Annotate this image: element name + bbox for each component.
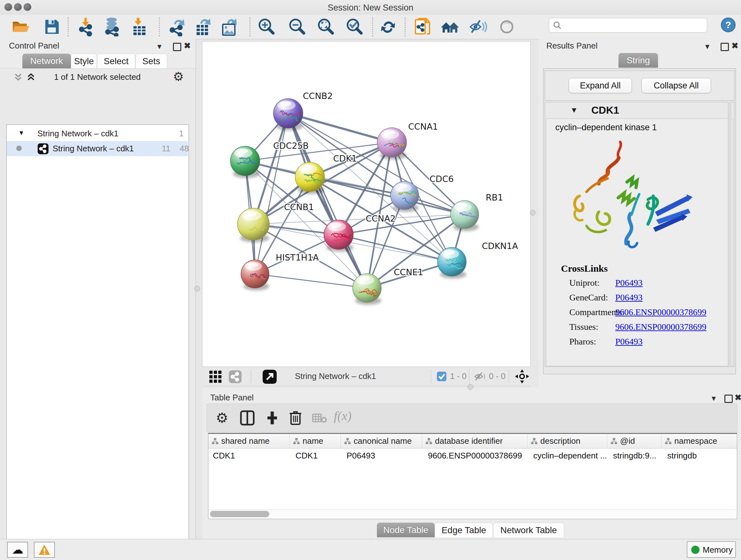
splitter-handle[interactable] [194, 286, 200, 292]
network-collection-row[interactable]: ▼ String Network – cdk1 1 [7, 126, 188, 141]
node-RB1[interactable]: RB1 [451, 192, 503, 231]
crosslink-link[interactable]: 9606.ENSP00000378699 [615, 322, 706, 332]
network-row[interactable]: String Network – cdk1 11 48 [7, 141, 188, 156]
selected-checkbox-icon[interactable] [436, 371, 447, 381]
crosslink-link[interactable]: P06493 [615, 293, 643, 303]
tab-edge-table[interactable]: Edge Table [434, 523, 493, 537]
table-row[interactable]: CDK1CDK1P064939606.ENSP00000378699cyclin… [208, 449, 737, 462]
crosslink-link[interactable]: P06493 [615, 336, 643, 347]
tab-string[interactable]: String [618, 53, 658, 68]
import-network-database-icon[interactable] [103, 17, 121, 37]
warnings-button[interactable] [34, 542, 55, 558]
edge-HIST1H1A-CCNE1[interactable] [255, 274, 367, 288]
cell-description[interactable]: cyclin–dependent ... [528, 449, 607, 462]
splitter-handle[interactable] [530, 210, 536, 215]
function-builder-icon[interactable]: f(x) [334, 408, 352, 423]
column-header-canonical-name[interactable]: canonical name [341, 434, 422, 449]
panel-menu-icon[interactable]: ▾ [157, 42, 161, 51]
splitter-handle[interactable] [468, 384, 473, 390]
column-header-description[interactable]: description [528, 434, 607, 449]
import-table-file-icon[interactable] [130, 17, 147, 37]
table-header-row: shared namenamecanonical namedatabase id… [208, 434, 737, 449]
tab-style[interactable]: Style [71, 54, 97, 68]
expand-all-button[interactable]: Expand All [569, 78, 632, 93]
tab-network-table[interactable]: Network Table [493, 523, 564, 537]
export-network-icon[interactable] [168, 17, 186, 37]
cloud-status-button[interactable]: ☁ [7, 542, 28, 558]
edge-CCNB2-HIST1H1A[interactable] [255, 113, 288, 274]
table-hscrollbar[interactable] [208, 509, 736, 518]
fit-selected-crosshair-icon[interactable] [515, 369, 530, 384]
crosslink-link[interactable]: P06493 [615, 278, 643, 288]
results-scrollbar[interactable] [728, 102, 731, 366]
export-image-icon[interactable] [220, 17, 238, 37]
delete-table-icon[interactable] [312, 413, 327, 424]
zoom-selected-icon[interactable] [345, 17, 363, 37]
hidden-eye-icon[interactable] [474, 371, 486, 381]
edge-CCNA2-CDKN1A[interactable] [339, 235, 452, 262]
panel-close-icon[interactable]: ✖ [184, 41, 191, 51]
export-table-icon[interactable] [194, 17, 212, 37]
expand-all-icon[interactable] [25, 72, 37, 82]
help-icon[interactable]: ? [721, 17, 736, 34]
open-file-share-icon[interactable] [414, 17, 431, 37]
cell-name[interactable]: CDK1 [290, 449, 341, 462]
column-header--id[interactable]: @id [607, 434, 662, 449]
tab-sets[interactable]: Sets [135, 54, 167, 68]
cell-shared-name[interactable]: CDK1 [208, 449, 290, 462]
column-header-database-identifier[interactable]: database identifier [422, 434, 528, 449]
column-type-icon [212, 438, 219, 445]
panel-menu-icon[interactable]: ▾ [712, 393, 716, 403]
tab-select[interactable]: Select [97, 54, 135, 68]
column-header-shared-name[interactable]: shared name [208, 434, 290, 449]
home-icon[interactable] [440, 17, 458, 37]
table-settings-gear-icon[interactable]: ⚙ [216, 410, 228, 426]
network-share-icon[interactable] [228, 370, 242, 383]
collapse-all-icon[interactable] [13, 72, 23, 82]
column-header-name[interactable]: name [290, 434, 341, 449]
delete-column-trash-icon[interactable] [288, 410, 302, 426]
node-CCNA1[interactable]: CCNA1 [377, 122, 438, 159]
refresh-icon[interactable] [379, 17, 397, 37]
show-hide-graphics-icon[interactable] [468, 17, 486, 37]
panel-float-icon[interactable] [721, 43, 729, 51]
level-of-detail-icon[interactable] [498, 17, 516, 37]
crosslink-link[interactable]: 9606.ENSP00000378699 [615, 307, 706, 317]
control-panel-title: Control Panel [9, 41, 59, 51]
collapse-all-button[interactable]: Collapse All [642, 78, 711, 93]
memory-button[interactable]: Memory [687, 541, 736, 558]
cell-canonical-name[interactable]: P06493 [341, 449, 422, 462]
cell-database-identifier[interactable]: 9606.ENSP00000378699 [422, 449, 528, 462]
open-session-icon[interactable] [11, 17, 29, 37]
grid-view-icon[interactable] [209, 370, 223, 383]
cell--id[interactable]: stringdb:9... [607, 449, 662, 462]
column-header-namespace[interactable]: namespace [662, 434, 737, 449]
save-session-icon[interactable] [43, 17, 61, 37]
create-column-icon[interactable] [265, 410, 280, 426]
zoom-in-icon[interactable] [257, 17, 275, 37]
node-CDKN1A[interactable]: CDKN1A [437, 241, 518, 279]
gene-collapse-icon[interactable]: ▼ [570, 106, 578, 115]
detach-view-icon[interactable] [262, 369, 277, 384]
zoom-out-icon[interactable] [288, 17, 306, 37]
cell-namespace[interactable]: stringdb [662, 449, 737, 462]
panel-close-icon[interactable]: ✖ [731, 41, 738, 51]
collection-expand-icon[interactable]: ▼ [18, 129, 24, 137]
tab-network[interactable]: Network [22, 54, 71, 68]
status-bar: ☁ Memory [0, 539, 741, 560]
network-canvas[interactable]: CCNB2CCNA1CDC25BCDK1CDC6RB1CCNB1CCNA2CDK… [202, 42, 530, 367]
zoom-fit-icon[interactable] [317, 17, 334, 37]
tab-node-table[interactable]: Node Table [377, 523, 434, 537]
show-columns-icon[interactable] [240, 410, 255, 426]
panel-float-icon[interactable] [173, 43, 181, 51]
import-network-file-icon[interactable] [77, 17, 95, 37]
hscrollbar-thumb[interactable] [210, 511, 269, 517]
search-input[interactable] [549, 18, 707, 33]
window-title: Session: New Session [0, 3, 741, 13]
network-options-gear-icon[interactable]: ⚙ [173, 70, 184, 84]
panel-menu-icon[interactable]: ▾ [705, 42, 710, 51]
toolbar-separator [469, 369, 469, 383]
node-HIST1H1A[interactable]: HIST1H1A [241, 253, 319, 291]
panel-float-icon[interactable] [724, 395, 733, 403]
panel-close-icon[interactable]: ✖ [735, 393, 741, 402]
